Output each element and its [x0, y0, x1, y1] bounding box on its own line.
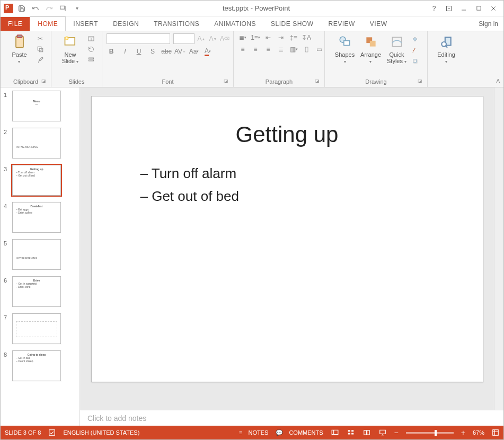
- vertical-scrollbar[interactable]: [494, 87, 503, 410]
- arrange-button[interactable]: Arrange▾: [358, 33, 384, 65]
- paragraph-launcher-icon[interactable]: ◪: [314, 78, 320, 85]
- slideshow-view-icon[interactable]: [378, 429, 387, 436]
- slide-thumbnail-7[interactable]: [12, 313, 61, 344]
- slide-thumbnail-3[interactable]: Getting up– Turn off alarm– Get out of b…: [12, 165, 61, 196]
- collapse-ribbon-icon[interactable]: ᐱ: [496, 78, 500, 85]
- layout-icon[interactable]: [86, 34, 96, 43]
- align-left-icon[interactable]: ≡: [238, 45, 247, 54]
- notes-toggle[interactable]: ≡ NOTES: [239, 429, 268, 436]
- tab-slideshow[interactable]: SLIDE SHOW: [263, 17, 321, 31]
- text-direction-icon[interactable]: ↧A: [302, 33, 311, 42]
- language-indicator[interactable]: ENGLISH (UNITED STATES): [63, 429, 139, 436]
- notes-pane[interactable]: Click to add notes: [80, 410, 503, 426]
- align-text-icon[interactable]: ⌷: [302, 45, 311, 54]
- slide-thumbnail-1[interactable]: Menu—: [12, 91, 61, 121]
- shrink-font-icon[interactable]: A▼: [208, 34, 218, 43]
- bullet-item[interactable]: Get out of bed: [140, 185, 445, 208]
- zoom-out-button[interactable]: −: [394, 428, 399, 437]
- zoom-level[interactable]: 67%: [473, 429, 484, 436]
- quick-styles-button[interactable]: Quick Styles ▾: [385, 33, 409, 65]
- tab-home[interactable]: HOME: [30, 16, 66, 31]
- zoom-slider-thumb[interactable]: [435, 430, 437, 436]
- bullet-item[interactable]: Turn off alarm: [140, 162, 445, 185]
- font-color-icon[interactable]: A▾: [203, 47, 213, 56]
- format-painter-icon[interactable]: [36, 56, 45, 64]
- minimize-icon[interactable]: [457, 3, 471, 14]
- shape-fill-icon[interactable]: [410, 36, 420, 44]
- slide-thumbnail-8[interactable]: Going to sleep– Get in bed– Count sheep: [12, 350, 61, 381]
- start-from-beginning-icon[interactable]: [58, 3, 68, 14]
- slide-thumbnail-6[interactable]: Drive– Get in spaghetti– Drink wine: [12, 276, 61, 307]
- font-launcher-icon[interactable]: ◪: [223, 78, 229, 85]
- slide-thumbnail-5[interactable]: IN THE EVENING: [12, 239, 61, 270]
- zoom-slider[interactable]: [406, 432, 454, 434]
- clipboard-group-label: Clipboard: [13, 78, 38, 85]
- justify-icon[interactable]: ≣: [276, 45, 286, 54]
- font-family-combo[interactable]: [107, 33, 170, 44]
- italic-icon[interactable]: I: [120, 47, 130, 56]
- qat-customize-icon[interactable]: ▾: [72, 3, 82, 14]
- undo-icon[interactable]: [30, 3, 41, 14]
- save-icon[interactable]: [16, 3, 27, 14]
- clear-formatting-icon[interactable]: A⌫: [220, 34, 229, 43]
- maximize-icon[interactable]: [472, 3, 485, 14]
- reset-icon[interactable]: [86, 45, 96, 54]
- tab-file[interactable]: FILE: [1, 17, 30, 31]
- tab-transitions[interactable]: TRANSITIONS: [146, 17, 207, 31]
- close-icon[interactable]: [487, 3, 500, 14]
- copy-icon[interactable]: [36, 45, 45, 54]
- sign-in-link[interactable]: Sign in: [473, 17, 503, 31]
- fit-to-window-icon[interactable]: [492, 429, 499, 436]
- slide-sorter-view-icon[interactable]: [347, 429, 355, 436]
- editing-button[interactable]: Editing▾: [432, 33, 460, 65]
- slide-thumbnail-2[interactable]: IN THE MORNING: [12, 128, 61, 159]
- align-right-icon[interactable]: ≡: [263, 45, 273, 54]
- strikethrough-icon[interactable]: abc: [162, 47, 171, 56]
- normal-view-icon[interactable]: [331, 429, 339, 436]
- slide-indicator[interactable]: SLIDE 3 OF 8: [5, 429, 41, 436]
- underline-icon[interactable]: U: [134, 47, 144, 56]
- shape-outline-icon[interactable]: [410, 46, 420, 55]
- tab-review[interactable]: REVIEW: [321, 17, 362, 31]
- slide-thumbnail-pane[interactable]: 1Menu— 2IN THE MORNING 3Getting up– Turn…: [1, 87, 80, 426]
- group-editing: Editing▾ .: [428, 31, 465, 87]
- slide-canvas[interactable]: Getting up Turn off alarm Get out of bed: [80, 87, 494, 410]
- tab-design[interactable]: DESIGN: [105, 17, 146, 31]
- new-slide-button[interactable]: New Slide ▾: [58, 33, 83, 65]
- line-spacing-icon[interactable]: ‡≡: [289, 33, 298, 42]
- numbering-icon[interactable]: 1≡▾: [251, 33, 260, 42]
- comments-toggle[interactable]: 💬 COMMENTS: [276, 429, 323, 436]
- columns-icon[interactable]: ▥▾: [289, 45, 298, 54]
- zoom-in-button[interactable]: +: [461, 428, 465, 437]
- tab-view[interactable]: VIEW: [362, 17, 395, 31]
- grow-font-icon[interactable]: A▲: [197, 34, 206, 43]
- paste-button[interactable]: Paste▾: [7, 33, 32, 65]
- spellcheck-icon[interactable]: [48, 429, 56, 436]
- character-spacing-icon[interactable]: AV↔: [175, 47, 185, 56]
- change-case-icon[interactable]: Aa▾: [189, 47, 199, 56]
- drawing-launcher-icon[interactable]: ◪: [417, 78, 423, 85]
- tab-animations[interactable]: ANIMATIONS: [207, 17, 263, 31]
- increase-indent-icon[interactable]: ⇥: [276, 33, 286, 42]
- slide-body[interactable]: Turn off alarm Get out of bed: [130, 162, 445, 208]
- font-size-combo[interactable]: [173, 33, 194, 44]
- smartart-icon[interactable]: ▭: [314, 45, 324, 54]
- help-icon[interactable]: ?: [427, 3, 441, 14]
- redo-icon[interactable]: [44, 3, 55, 14]
- decrease-indent-icon[interactable]: ⇤: [263, 33, 273, 42]
- bullets-icon[interactable]: ≣▾: [238, 33, 247, 42]
- cut-icon[interactable]: ✂: [36, 34, 45, 43]
- shapes-button[interactable]: Shapes▾: [333, 33, 357, 65]
- slide-thumbnail-4[interactable]: Breakfast– Eat eggs– Drink coffee: [12, 202, 61, 233]
- reading-view-icon[interactable]: [362, 429, 371, 436]
- bold-icon[interactable]: B: [107, 47, 116, 56]
- ribbon-display-options-icon[interactable]: [442, 3, 456, 14]
- align-center-icon[interactable]: ≡: [251, 45, 260, 54]
- section-icon[interactable]: [86, 56, 96, 64]
- tab-insert[interactable]: INSERT: [66, 17, 105, 31]
- shadow-icon[interactable]: S: [148, 47, 157, 56]
- slide-title[interactable]: Getting up: [130, 122, 445, 147]
- shape-effects-icon[interactable]: [410, 57, 420, 65]
- current-slide[interactable]: Getting up Turn off alarm Get out of bed: [91, 96, 483, 382]
- clipboard-launcher-icon[interactable]: ◪: [40, 78, 47, 85]
